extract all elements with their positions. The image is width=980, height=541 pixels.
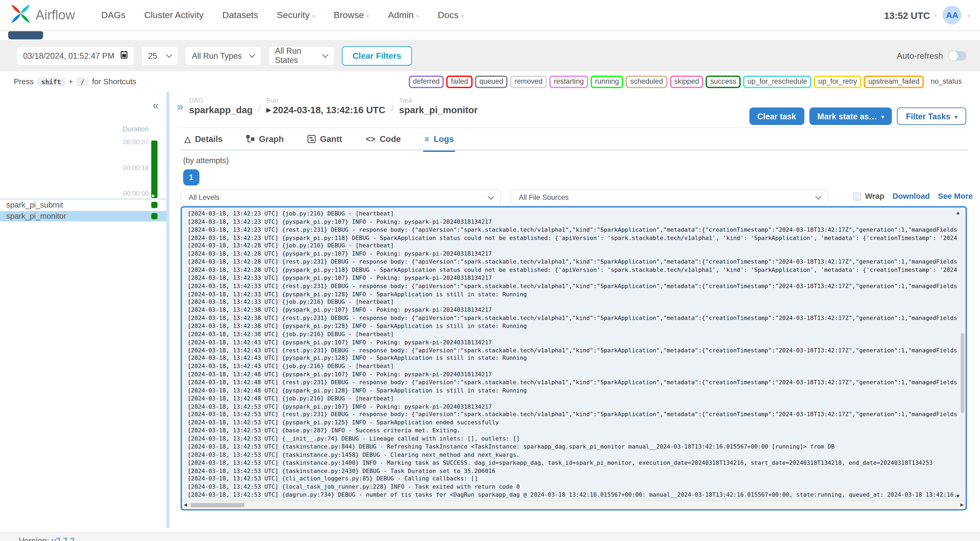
- log-line: [2024-03-18, 13:42:43 UTC] {pyspark_pi.p…: [188, 339, 958, 347]
- task-row-spark_pi_monitor[interactable]: spark_pi_monitor: [0, 211, 166, 222]
- brand[interactable]: Airflow: [10, 3, 75, 27]
- log-line: [2024-03-18, 13:42:28 UTC] {pyspark_pi.p…: [188, 266, 958, 274]
- status-badge-running[interactable]: running: [590, 75, 623, 88]
- clear-filters-button[interactable]: Clear Filters: [342, 46, 412, 65]
- nav-item-dags[interactable]: DAGs: [101, 10, 126, 20]
- task-status-square[interactable]: [151, 202, 158, 208]
- attempt-1-button[interactable]: 1: [183, 169, 199, 186]
- chevron-down-icon: ▾: [366, 13, 369, 19]
- nav-item-label: Datasets: [223, 10, 258, 20]
- auto-refresh: Auto-refresh: [897, 51, 966, 60]
- status-badge-scheduled[interactable]: scheduled: [626, 75, 667, 88]
- duration-tick: 00:00:18: [123, 164, 149, 171]
- auto-refresh-toggle[interactable]: [949, 51, 966, 60]
- nav-item-docs[interactable]: Docs▾: [438, 10, 464, 20]
- scroll-left-icon[interactable]: ◀: [184, 503, 187, 508]
- horizontal-scrollbar[interactable]: ◀ ▶: [183, 500, 965, 509]
- mark-state-as-button[interactable]: Mark state as… ▾: [809, 107, 892, 125]
- status-badge-success[interactable]: success: [706, 75, 741, 88]
- task-status-square[interactable]: [151, 213, 158, 219]
- nav-item-browse[interactable]: Browse▾: [334, 10, 369, 20]
- file-source-select[interactable]: All File Sources: [511, 189, 829, 205]
- horizontal-scrollbar-thumb[interactable]: [191, 503, 244, 507]
- clear-task-button[interactable]: Clear task: [749, 107, 804, 125]
- filter-tasks-label: Filter Tasks: [906, 111, 950, 121]
- log-line: [2024-03-18, 13:42:23 UTC] {pyspark_pi.p…: [188, 218, 958, 226]
- file-source-value: All File Sources: [519, 194, 569, 201]
- log-line: [2024-03-18, 13:42:53 UTC] {cli_action_l…: [188, 475, 958, 483]
- panel-resize-handle[interactable]: [166, 92, 169, 528]
- log-toolbar-right: Wrap Download See More: [853, 192, 973, 200]
- status-badge-up_for_retry[interactable]: up_for_retry: [814, 75, 861, 88]
- calendar-icon[interactable]: [121, 51, 127, 60]
- status-badge-no_status[interactable]: no_status: [926, 75, 966, 88]
- breadcrumb-separator: /: [391, 103, 393, 113]
- page-size-value: 25: [148, 51, 157, 60]
- log-line: [2024-03-18, 13:42:53 UTC] {rest.py:231}…: [188, 411, 958, 419]
- status-badge-queued[interactable]: queued: [475, 75, 508, 88]
- status-badge-deferred[interactable]: deferred: [409, 75, 444, 88]
- breadcrumb-run[interactable]: ▶ 2024-03-18, 13:42:16 UTC: [266, 104, 385, 115]
- log-level-value: All Levels: [189, 194, 220, 201]
- scroll-right-icon[interactable]: ▶: [960, 503, 964, 508]
- scrolled-run-button[interactable]: [8, 31, 43, 40]
- log-panel[interactable]: [2024-03-18, 13:42:23 UTC] {job.py:216} …: [181, 206, 967, 511]
- avatar[interactable]: AA: [943, 6, 962, 24]
- scroll-down-icon[interactable]: ▼: [955, 493, 961, 499]
- run-types-select[interactable]: All Run Types: [186, 46, 261, 65]
- tab-details[interactable]: △Details: [183, 130, 224, 152]
- log-line: [2024-03-18, 13:42:53 UTC] {local_task_j…: [188, 483, 958, 491]
- slash-key: /: [76, 77, 89, 86]
- vertical-scrollbar-thumb[interactable]: [961, 333, 964, 413]
- hint-suffix: for Shortcuts: [92, 77, 136, 86]
- nav-item-cluster-activity[interactable]: Cluster Activity: [144, 10, 204, 20]
- wrap-toggle[interactable]: Wrap: [853, 192, 885, 200]
- play-icon: ▶: [152, 193, 155, 197]
- chevron-down-icon: ▾: [955, 113, 958, 120]
- run-duration-bar[interactable]: ▶: [151, 140, 158, 198]
- chevron-down-icon: [322, 51, 328, 58]
- timezone-dropdown[interactable]: 13:52 UTC ▾: [884, 10, 937, 20]
- header-divider: [181, 127, 967, 128]
- nav-item-datasets[interactable]: Datasets: [223, 10, 258, 20]
- log-line: [2024-03-18, 13:42:33 UTC] {pyspark_pi.p…: [188, 274, 958, 282]
- breadcrumb: » DAG sparkapp_dag / Run ▶ 2024-03-18, 1…: [177, 96, 478, 115]
- filter-tasks-button[interactable]: Filter Tasks ▾: [897, 107, 966, 125]
- user-menu-caret-icon[interactable]: ▾: [967, 13, 970, 19]
- scroll-up-icon[interactable]: ▲: [955, 209, 961, 216]
- status-badge-up_for_reschedule[interactable]: up_for_reschedule: [743, 75, 811, 88]
- breadcrumb-task[interactable]: spark_pi_monitor: [399, 104, 478, 115]
- status-badge-upstream_failed[interactable]: upstream_failed: [864, 75, 924, 88]
- tab-logs[interactable]: ≡Logs: [423, 130, 455, 152]
- tab-bar-rule: [181, 150, 967, 151]
- run-states-value: All Run States: [275, 46, 323, 65]
- status-badge-removed[interactable]: removed: [510, 75, 547, 88]
- breadcrumb-dag-group: DAG sparkapp_dag: [189, 96, 253, 115]
- base-date-input[interactable]: 03/18/2024, 01:52:47 PM: [17, 46, 134, 65]
- version-link[interactable]: v2.7.2: [52, 536, 75, 541]
- wrap-checkbox[interactable]: [853, 192, 861, 200]
- log-level-select[interactable]: All Levels: [181, 189, 501, 205]
- tab-code[interactable]: <>Code: [365, 130, 402, 152]
- see-more-link[interactable]: See More: [938, 192, 973, 200]
- task-row-spark_pi_submit[interactable]: spark_pi_submit: [0, 200, 166, 211]
- download-log-link[interactable]: Download: [892, 192, 930, 200]
- status-badge-skipped[interactable]: skipped: [670, 75, 703, 88]
- breadcrumb-dag[interactable]: sparkapp_dag: [189, 104, 253, 115]
- status-badge-restarting[interactable]: restarting: [549, 75, 588, 88]
- tab-bar: △DetailsGraphGantt<>Code≡Logs: [183, 130, 455, 152]
- nav-item-security[interactable]: Security▾: [277, 10, 315, 20]
- run-states-select[interactable]: All Run States: [269, 46, 334, 65]
- page-size-select[interactable]: 25: [142, 46, 178, 65]
- dag-label: DAG: [189, 96, 253, 103]
- logs-icon: ≡: [425, 135, 429, 143]
- chevron-down-icon: [816, 193, 822, 200]
- tab-graph[interactable]: Graph: [245, 130, 285, 152]
- collapse-panel-button[interactable]: «: [149, 99, 163, 112]
- status-badge-failed[interactable]: failed: [447, 75, 473, 88]
- nav-item-admin[interactable]: Admin▾: [388, 10, 419, 20]
- tab-label: Logs: [434, 134, 454, 144]
- tab-gantt[interactable]: Gantt: [306, 130, 343, 152]
- expand-breadcrumb-icon[interactable]: »: [177, 101, 183, 113]
- details-panel: » DAG sparkapp_dag / Run ▶ 2024-03-18, 1…: [169, 92, 980, 532]
